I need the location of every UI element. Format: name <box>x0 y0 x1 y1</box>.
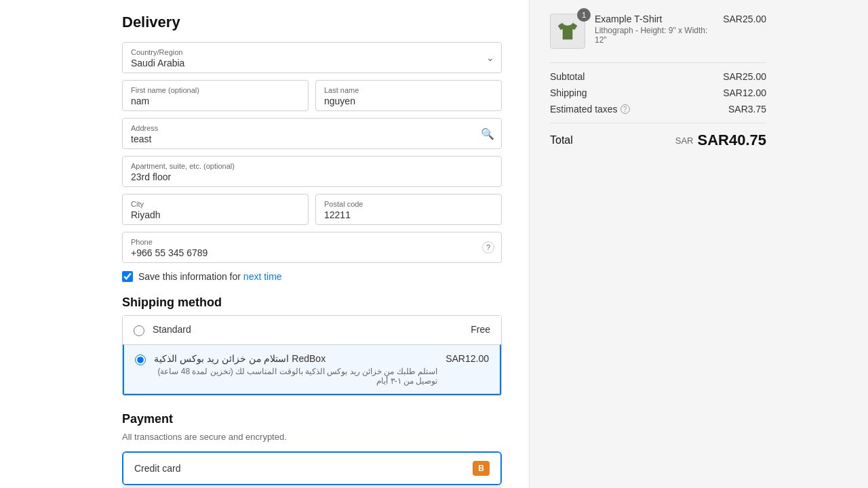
postal-group: Postal code <box>315 194 502 225</box>
taxes-info-icon[interactable]: ? <box>620 104 630 114</box>
apartment-input-wrapper: Apartment, suite, etc. (optional) <box>122 156 502 187</box>
order-summary-panel: 1 Example T-Shirt Lithograph - Height: 9… <box>529 0 787 488</box>
payment-title: Payment <box>122 412 502 426</box>
shipping-method-title: Shipping method <box>122 296 502 310</box>
product-quantity-badge: 1 <box>577 8 591 22</box>
payment-card-header: Credit card B <box>123 453 500 484</box>
total-value: SAR40.75 <box>697 131 766 149</box>
subtotal-value: SAR25.00 <box>723 71 766 82</box>
total-label: Total <box>550 134 573 146</box>
help-icon: ? <box>482 241 494 253</box>
shipping-option-redbox-name: استلام من خزائن ريد بوكس الذكية RedBox <box>154 353 437 364</box>
shipping-option-redbox-content: استلام من خزائن ريد بوكس الذكية RedBox ا… <box>154 353 437 386</box>
last-name-input[interactable] <box>324 96 493 106</box>
save-info-next-time: next time <box>243 271 282 282</box>
shipping-option-standard-name: Standard <box>153 324 462 335</box>
shipping-option-standard-content: Standard <box>153 324 462 335</box>
divider-1 <box>550 62 766 63</box>
payment-card-icon: B <box>473 461 490 476</box>
product-image-wrapper: 1 <box>550 14 585 49</box>
tshirt-icon <box>555 19 580 43</box>
shipping-options-container: Standard Free استلام من خزائن ريد بوكس ا… <box>122 315 502 396</box>
shipping-label: Shipping <box>550 87 587 98</box>
city-input[interactable] <box>131 209 300 220</box>
first-name-group: First name (optional) <box>122 80 309 111</box>
divider-2 <box>550 123 766 123</box>
last-name-group: Last name <box>315 80 502 111</box>
shipping-option-redbox-price: SAR12.00 <box>446 353 489 364</box>
product-info: Example T-Shirt Lithograph - Height: 9" … <box>595 14 713 45</box>
total-row: Total SAR SAR40.75 <box>550 131 766 149</box>
product-price: SAR25.00 <box>723 14 766 24</box>
search-icon: 🔍 <box>481 127 494 140</box>
save-info-label: Save this information for next time <box>138 271 282 282</box>
save-info-row: Save this information for next time <box>122 271 502 282</box>
address-group: Address 🔍 <box>122 118 502 149</box>
save-info-checkbox[interactable] <box>122 271 133 282</box>
address-input-wrapper: Address 🔍 <box>122 118 502 149</box>
shipping-option-standard-price: Free <box>471 324 490 335</box>
total-currency: SAR <box>675 136 694 146</box>
delivery-title: Delivery <box>122 14 502 31</box>
shipping-option-redbox[interactable]: استلام من خزائن ريد بوكس الذكية RedBox ا… <box>123 344 501 395</box>
postal-label: Postal code <box>324 200 493 208</box>
payment-card-box: Credit card B <box>122 451 502 485</box>
phone-group: Phone ? <box>122 232 502 263</box>
last-name-label: Last name <box>324 86 493 94</box>
shipping-radio-standard[interactable] <box>134 325 144 336</box>
product-variant: Lithograph - Height: 9" x Width: 12" <box>595 26 713 45</box>
taxes-label-text: Estimated taxes <box>550 104 618 115</box>
postal-input-wrapper: Postal code <box>315 194 502 225</box>
apartment-label: Apartment, suite, etc. (optional) <box>131 162 493 170</box>
shipping-value: SAR12.00 <box>723 87 766 98</box>
city-postal-row: City Postal code <box>122 194 502 225</box>
first-name-input-wrapper: First name (optional) <box>122 80 309 111</box>
city-group: City <box>122 194 309 225</box>
phone-label: Phone <box>131 238 493 246</box>
apartment-group: Apartment, suite, etc. (optional) <box>122 156 502 187</box>
product-row: 1 Example T-Shirt Lithograph - Height: 9… <box>550 14 766 49</box>
address-input[interactable] <box>131 134 493 144</box>
country-region-select-wrapper: Country/Region Saudi Arabia ⌄ <box>122 42 502 73</box>
taxes-row: Estimated taxes ? SAR3.75 <box>550 104 766 115</box>
subtotal-row: Subtotal SAR25.00 <box>550 71 766 82</box>
city-input-wrapper: City <box>122 194 309 225</box>
taxes-label-wrapper: Estimated taxes ? <box>550 104 630 115</box>
phone-input[interactable] <box>131 247 493 258</box>
country-region-label: Country/Region <box>131 48 493 56</box>
last-name-input-wrapper: Last name <box>315 80 502 111</box>
subtotal-label: Subtotal <box>550 71 585 82</box>
phone-input-wrapper: Phone ? <box>122 232 502 263</box>
apartment-input[interactable] <box>131 171 493 182</box>
total-value-wrapper: SAR SAR40.75 <box>675 131 766 149</box>
payment-card-label: Credit card <box>134 463 180 474</box>
taxes-value: SAR3.75 <box>728 104 766 115</box>
country-region-select[interactable]: Saudi Arabia <box>131 58 493 68</box>
city-label: City <box>131 200 300 208</box>
address-label: Address <box>131 124 493 132</box>
first-name-input[interactable] <box>131 96 300 106</box>
shipping-row: Shipping SAR12.00 <box>550 87 766 98</box>
payment-section: Payment All transactions are secure and … <box>122 412 502 488</box>
name-row: First name (optional) Last name <box>122 80 502 111</box>
shipping-radio-redbox[interactable] <box>135 354 146 365</box>
shipping-option-standard[interactable]: Standard Free <box>123 316 501 344</box>
first-name-label: First name (optional) <box>131 86 300 94</box>
postal-input[interactable] <box>324 209 493 220</box>
shipping-option-redbox-desc: استلم طلبك من خزائن ريد بوكس الذكية بالو… <box>154 367 437 386</box>
payment-subtitle: All transactions are secure and encrypte… <box>122 432 502 442</box>
product-name: Example T-Shirt <box>595 14 713 24</box>
